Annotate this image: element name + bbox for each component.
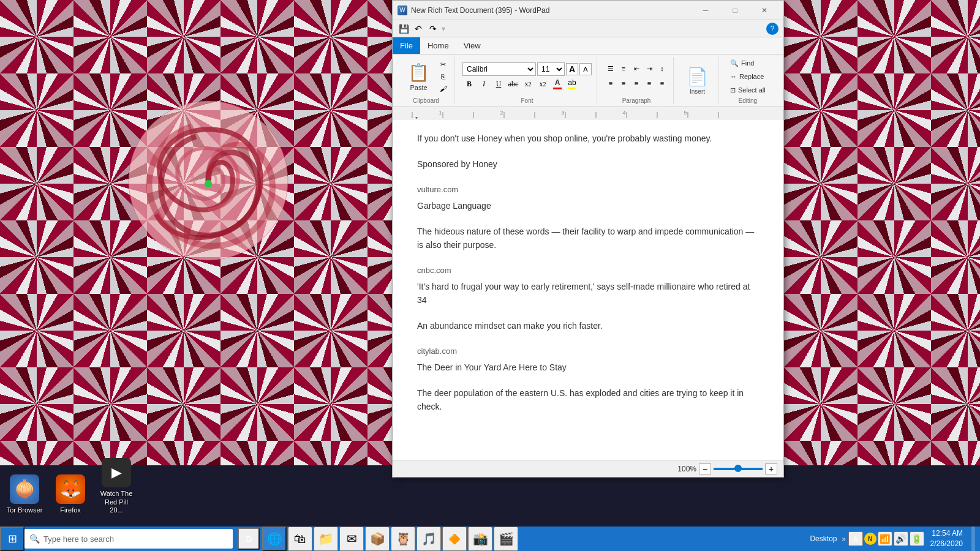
para-controls: ☰ ≡ ⇤ ⇥ ↕ ≡ ≡ ≡ ≡ ≡ (605, 62, 668, 91)
desktop-icon-video[interactable]: ▶ Watch The Red Pill 20... (95, 455, 138, 517)
video-label: Watch The Red Pill 20... (98, 490, 135, 514)
replace-button[interactable]: ↔ Replace (726, 70, 769, 83)
taskbar-desktop-text[interactable]: Desktop (807, 534, 839, 543)
zoom-minus-button[interactable]: − (699, 463, 711, 474)
help-button[interactable]: ? (766, 23, 778, 35)
strikethrough-button[interactable]: abc (507, 77, 520, 91)
cut-button[interactable]: ✂ (436, 59, 450, 70)
tray-expand-button[interactable]: ∧ (848, 531, 863, 546)
firefox-icon: 🦊 (56, 474, 85, 504)
taskbar-apps: 🌐 🛍 📁 ✉ 📦 🦉 🎵 🔶 📸 🎬 (262, 527, 518, 551)
tray-sound-button[interactable]: 🔊 (894, 531, 908, 546)
start-button[interactable]: ⊞ (0, 527, 24, 551)
insert-button[interactable]: 📄 Insert (681, 64, 714, 98)
zoom-slider[interactable] (714, 468, 763, 470)
taskbar-app8-button[interactable]: 📸 (468, 527, 492, 551)
paste-icon: 📋 (408, 62, 429, 83)
increase-indent-button[interactable]: ⇥ (643, 62, 655, 75)
taskbar-explorer-button[interactable]: 📁 (314, 527, 338, 551)
svg-text:1: 1 (439, 110, 442, 116)
menu-file[interactable]: File (393, 37, 420, 54)
close-button[interactable]: ✕ (750, 2, 778, 19)
taskbar-app9-button[interactable]: 🎬 (494, 527, 518, 551)
ribbon-paragraph: ☰ ≡ ⇤ ⇥ ↕ ≡ ≡ ≡ ≡ ≡ Paragraph (600, 57, 674, 104)
wordpad-icon: W (398, 6, 407, 15)
menu-home[interactable]: Home (420, 37, 456, 54)
quick-undo-button[interactable]: ↶ (412, 23, 424, 35)
superscript-button[interactable]: x2 (536, 77, 549, 91)
ruler-svg: 1 2 3 4 5 (393, 107, 783, 119)
justify-low-button[interactable]: ≡ (656, 77, 668, 89)
para-abundance: An abundance mindset can make you rich f… (417, 319, 759, 332)
ribbon-font: Calibri 11 A A B I U abc x2 x (458, 57, 597, 104)
para-deer: The deer population of the eastern U.S. … (417, 386, 759, 414)
find-button[interactable]: 🔍 Find (726, 57, 769, 69)
bullets-button[interactable]: ☰ (605, 62, 617, 75)
format-painter-button[interactable]: 🖌 (436, 83, 450, 94)
clipboard-content: 📋 Paste ✂ ⎘ 🖌 (402, 57, 450, 96)
taskbar-vlc-button[interactable]: 🔶 (442, 527, 467, 551)
taskbar-time[interactable]: 12:54 AM 2/26/2020 (927, 527, 967, 550)
subscript-button[interactable]: x2 (521, 77, 535, 91)
font-color-button[interactable]: A (551, 77, 564, 91)
paste-button[interactable]: 📋 Paste (402, 59, 435, 94)
taskbar-media-button[interactable]: 🎵 (417, 527, 441, 551)
line-spacing-button[interactable]: ↕ (656, 62, 668, 75)
taskbar-arrows[interactable]: » (842, 535, 845, 542)
tray-network-button[interactable]: 📶 (878, 531, 892, 546)
quick-save-button[interactable]: 💾 (398, 23, 410, 35)
font-size-select[interactable]: 11 (537, 62, 565, 76)
numbering-button[interactable]: ≡ (617, 62, 630, 75)
highlight-underline (568, 88, 576, 89)
cnbc-source: cnbc.com (417, 264, 759, 277)
garbage-lang-snippet: The hideous nature of these words — thei… (417, 227, 754, 250)
desktop-icon-tor[interactable]: 🧅 Tor Browser (3, 471, 46, 517)
taskbar-ie-button[interactable]: 🌐 (262, 527, 287, 551)
decrease-indent-button[interactable]: ⇤ (630, 62, 643, 75)
para-garbage-lang: The hideous nature of these words — thei… (417, 225, 759, 252)
taskbar-amazon-button[interactable]: 📦 (365, 527, 390, 551)
paste-label: Paste (410, 84, 427, 91)
maximize-button[interactable]: □ (721, 2, 749, 19)
align-center-button[interactable]: ≡ (617, 77, 630, 89)
justify-button[interactable]: ≡ (643, 77, 655, 89)
underline-button[interactable]: U (492, 77, 505, 91)
quick-redo-button[interactable]: ↷ (427, 23, 439, 35)
editing-label: Editing (739, 96, 758, 104)
highlight-button[interactable]: ab (565, 77, 579, 91)
italic-button[interactable]: I (477, 77, 491, 91)
font-shrink-button[interactable]: A (579, 63, 592, 75)
desktop-icon-firefox[interactable]: 🦊 Firefox (49, 471, 92, 517)
select-all-button[interactable]: ⊡ Select all (726, 84, 769, 96)
taskbar-mail-button[interactable]: ✉ (339, 527, 364, 551)
sponsored-text: Sponsored by Honey (417, 159, 497, 169)
clipboard-secondary: ✂ ⎘ 🖌 (436, 59, 450, 94)
editing-content: 🔍 Find ↔ Replace ⊡ Select all (726, 57, 769, 96)
font-grow-button[interactable]: A (566, 63, 578, 75)
svg-point-1 (205, 180, 212, 187)
tray-battery-button[interactable]: 🔋 (910, 531, 924, 546)
taskbar-store-button[interactable]: 🛍 (288, 527, 312, 551)
tray-norton-button[interactable]: N (864, 533, 876, 545)
font-name-row: Calibri 11 A A (462, 62, 592, 76)
zoom-plus-button[interactable]: + (765, 463, 777, 474)
align-left-button[interactable]: ≡ (605, 77, 617, 89)
copy-button[interactable]: ⎘ (436, 71, 450, 82)
document-text: If you don't use Honey when you shop onl… (417, 132, 759, 414)
taskbar-search[interactable]: 🔍 Type here to search (24, 529, 233, 549)
taskbar: ⊞ 🔍 Type here to search ⧉ 🌐 🛍 📁 ✉ 📦 🦉 🎵 … (0, 527, 980, 551)
honey-ad-text: If you don't use Honey when you shop onl… (417, 133, 712, 143)
svg-text:2: 2 (500, 110, 503, 116)
task-view-button[interactable]: ⧉ (238, 528, 260, 550)
align-right-button[interactable]: ≡ (630, 77, 643, 89)
document-content[interactable]: If you don't use Honey when you shop onl… (393, 119, 783, 460)
highlight-icon: ab (568, 78, 576, 87)
menu-view[interactable]: View (456, 37, 488, 54)
minimize-button[interactable]: ─ (692, 2, 720, 19)
bold-button[interactable]: B (462, 77, 476, 91)
video-icon: ▶ (102, 458, 131, 487)
date-display: 2/26/2020 (930, 539, 963, 549)
font-name-select[interactable]: Calibri (462, 62, 536, 76)
show-desktop-button[interactable] (971, 527, 975, 551)
taskbar-tripadvisor-button[interactable]: 🦉 (391, 527, 415, 551)
